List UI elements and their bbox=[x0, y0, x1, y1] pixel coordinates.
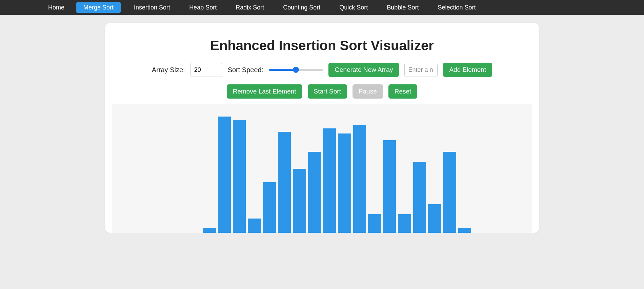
bar bbox=[383, 140, 396, 233]
nav-item-quick-sort[interactable]: Quick Sort bbox=[332, 0, 375, 15]
start-sort-button[interactable]: Start Sort bbox=[308, 84, 347, 99]
chart-panel bbox=[112, 104, 532, 233]
nav-item-insertion-sort[interactable]: Insertion Sort bbox=[126, 0, 178, 15]
sort-speed-label: Sort Speed: bbox=[228, 66, 264, 74]
element-input[interactable] bbox=[404, 63, 438, 77]
bar bbox=[203, 228, 216, 233]
bar bbox=[278, 132, 291, 233]
bar bbox=[413, 162, 426, 233]
reset-button[interactable]: Reset bbox=[388, 84, 418, 99]
bar bbox=[398, 214, 411, 233]
main-card: Enhanced Insertion Sort Visualizer Array… bbox=[105, 23, 539, 233]
bar bbox=[308, 152, 321, 233]
array-size-label: Array Size: bbox=[152, 66, 185, 74]
nav-item-bubble-sort[interactable]: Bubble Sort bbox=[379, 0, 426, 15]
pause-button: Pause bbox=[353, 84, 383, 99]
nav-item-merge-sort[interactable]: Merge Sort bbox=[76, 2, 121, 13]
bar bbox=[218, 117, 231, 233]
nav-item-home[interactable]: Home bbox=[41, 0, 72, 15]
controls-row: Array Size: Sort Speed: Generate New Arr… bbox=[112, 63, 532, 99]
page-title: Enhanced Insertion Sort Visualizer bbox=[112, 38, 532, 53]
nav-item-selection-sort[interactable]: Selection Sort bbox=[430, 0, 483, 15]
bar bbox=[248, 219, 261, 233]
main-nav: HomeMerge SortInsertion SortHeap SortRad… bbox=[0, 0, 644, 15]
bar bbox=[368, 214, 381, 233]
add-element-button[interactable]: Add Element bbox=[443, 63, 492, 77]
nav-item-heap-sort[interactable]: Heap Sort bbox=[182, 0, 224, 15]
bar bbox=[428, 204, 441, 233]
generate-array-button[interactable]: Generate New Array bbox=[328, 63, 399, 77]
bar bbox=[233, 120, 246, 233]
sort-speed-slider[interactable] bbox=[269, 69, 323, 71]
bar bbox=[263, 182, 276, 233]
bar bbox=[293, 169, 306, 233]
bar bbox=[338, 133, 351, 233]
bar bbox=[353, 125, 366, 233]
bar bbox=[443, 152, 456, 233]
nav-item-radix-sort[interactable]: Radix Sort bbox=[228, 0, 271, 15]
remove-element-button[interactable]: Remove Last Element bbox=[227, 84, 302, 99]
array-size-input[interactable] bbox=[190, 63, 222, 77]
bar bbox=[458, 228, 471, 233]
bar bbox=[323, 128, 336, 233]
nav-item-counting-sort[interactable]: Counting Sort bbox=[276, 0, 328, 15]
bar-container bbox=[116, 115, 528, 233]
